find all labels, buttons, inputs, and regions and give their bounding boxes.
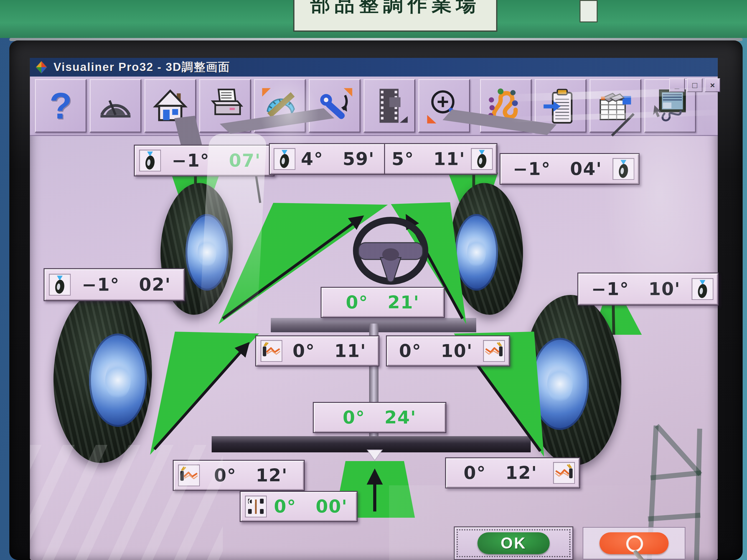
rear-right-toe-degrees: 0° xyxy=(464,463,486,483)
thrust-angle-box[interactable]: 0°00' xyxy=(240,491,358,522)
toe-suspension-icon xyxy=(260,340,282,362)
thrust-pointer xyxy=(367,450,382,460)
ok-panel: OK xyxy=(454,526,573,560)
camber-wheel-icon xyxy=(613,158,634,180)
front-left-toe-degrees: 0° xyxy=(292,341,315,361)
camber-wheel-icon xyxy=(692,278,713,300)
zoom-panel xyxy=(583,527,686,559)
rear-total-toe-box[interactable]: 0°24' xyxy=(313,402,446,433)
magnify-button[interactable] xyxy=(599,532,669,554)
right-caster-minutes: 11' xyxy=(433,149,465,169)
left-caster-degrees: 4° xyxy=(301,149,324,169)
thrust-vehicle-icon xyxy=(245,496,267,517)
toe-suspension-icon xyxy=(553,462,575,484)
rear-left-toe-minutes: 12' xyxy=(256,465,288,486)
right-caster-half[interactable]: 5°11' xyxy=(384,144,497,174)
magnifier-icon xyxy=(626,535,643,552)
toe-suspension-icon xyxy=(178,464,200,486)
rear-right-camber-box[interactable]: −1°10' xyxy=(577,272,719,305)
front-left-toe-box[interactable]: 0°11' xyxy=(255,336,380,367)
front-right-camber-degrees: −1° xyxy=(513,159,551,179)
rear-total-toe-degrees: 0° xyxy=(343,407,365,428)
front-right-camber-minutes: 04' xyxy=(570,159,602,179)
front-left-camber-minutes: 07' xyxy=(229,150,261,171)
photo-of-monitor: 部品整調作業場 Visualiner Pro32 - 3D調整画面 _ □ × … xyxy=(0,0,747,560)
right-caster-degrees: 5° xyxy=(391,149,414,169)
rear-right-toe-minutes: 12' xyxy=(506,463,538,483)
rear-right-camber-degrees: −1° xyxy=(591,279,629,299)
front-left-camber-box[interactable]: −1°07' xyxy=(134,145,275,177)
front-left-camber-degrees: −1° xyxy=(172,150,210,171)
front-right-camber-box[interactable]: −1°04' xyxy=(499,153,640,185)
front-left-toe-minutes: 11' xyxy=(334,341,366,361)
thrust-angle-degrees: 0° xyxy=(274,496,296,517)
focus-rectangle xyxy=(457,529,570,557)
rear-left-camber-minutes: 02' xyxy=(139,274,171,295)
camber-wheel-icon xyxy=(49,274,71,296)
rear-left-camber-box[interactable]: −1°02' xyxy=(44,268,185,301)
rear-left-camber-degrees: −1° xyxy=(82,274,120,295)
rear-left-toe-box[interactable]: 0°12' xyxy=(173,460,305,491)
rear-right-toe-box[interactable]: 0°12' xyxy=(445,457,580,488)
front-total-toe-minutes: 21' xyxy=(387,292,419,313)
left-caster-minutes: 59' xyxy=(343,149,375,169)
caster-box[interactable]: 4°59' 5°11' xyxy=(269,143,497,175)
camber-wheel-icon xyxy=(139,150,161,171)
rear-left-toe-degrees: 0° xyxy=(214,465,236,486)
camber-wheel-icon xyxy=(471,148,493,170)
toe-fan-rear-left xyxy=(150,331,259,455)
toe-suspension-icon xyxy=(483,340,505,362)
camber-wheel-icon xyxy=(274,148,295,170)
front-right-toe-box[interactable]: 0°10' xyxy=(386,336,510,367)
thrust-angle-minutes: 00' xyxy=(316,496,348,517)
steering-wheel-icon xyxy=(356,220,425,282)
front-total-toe-box[interactable]: 0°21' xyxy=(320,287,445,318)
rear-total-toe-minutes: 24' xyxy=(384,407,416,428)
front-right-toe-degrees: 0° xyxy=(399,341,421,361)
left-caster-half[interactable]: 4°59' xyxy=(270,144,382,174)
front-right-toe-minutes: 10' xyxy=(441,341,473,361)
magnifier-handle-icon xyxy=(633,550,649,560)
front-total-toe-degrees: 0° xyxy=(346,292,368,313)
rear-right-camber-minutes: 10' xyxy=(649,279,681,299)
